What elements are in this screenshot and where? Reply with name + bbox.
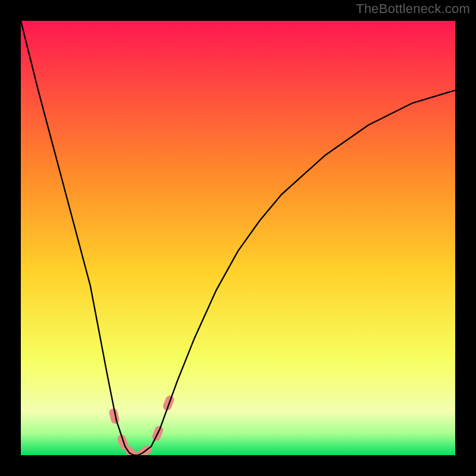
svg-rect-6 [162,394,176,412]
curve-layer [21,21,455,455]
watermark-text: TheBottleneck.com [356,1,470,17]
chart-container: TheBottleneck.com [0,0,476,476]
marker-4 [136,444,153,455]
bottleneck-curve [21,21,455,455]
plot-area [21,21,455,455]
marker-6 [162,394,176,412]
svg-rect-4 [136,444,153,455]
